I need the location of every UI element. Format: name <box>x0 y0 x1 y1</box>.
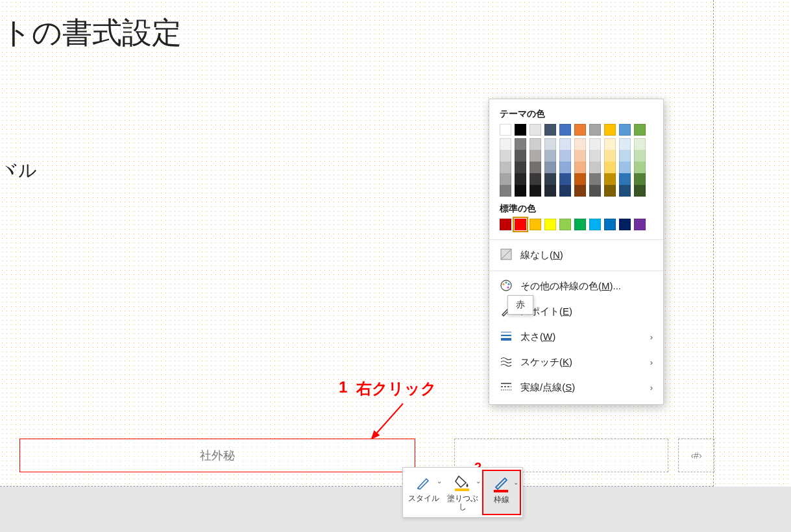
outline-label: 枠線 <box>494 496 509 504</box>
annotation-step1-number: 1 <box>339 378 347 399</box>
dashes-label: 実線/点線(S) <box>520 381 575 394</box>
slide-title: トの書式設定 <box>1 13 182 53</box>
color-swatch[interactable] <box>574 185 586 197</box>
color-swatch[interactable] <box>589 185 601 197</box>
color-swatch[interactable] <box>604 185 616 197</box>
no-outline-label: 線なし(N) <box>520 249 563 261</box>
color-swatch[interactable] <box>574 219 586 230</box>
color-swatch[interactable] <box>574 162 586 173</box>
svg-point-9 <box>507 286 509 288</box>
color-swatch[interactable] <box>500 138 511 150</box>
color-swatch[interactable] <box>559 162 571 173</box>
color-swatch[interactable] <box>544 173 556 185</box>
color-swatch[interactable] <box>544 138 556 150</box>
color-swatch[interactable] <box>634 138 646 150</box>
color-swatch[interactable] <box>529 185 541 197</box>
color-swatch[interactable] <box>500 219 511 230</box>
color-swatch[interactable] <box>619 138 631 150</box>
color-swatch[interactable] <box>529 219 541 230</box>
color-swatch[interactable] <box>515 185 526 197</box>
fill-button[interactable]: ⌄ 塗りつぶし <box>443 470 482 515</box>
color-swatch[interactable] <box>589 150 601 162</box>
color-swatch[interactable] <box>559 124 571 136</box>
color-swatch[interactable] <box>619 150 631 162</box>
color-swatch[interactable] <box>574 124 586 136</box>
color-swatch[interactable] <box>500 162 511 173</box>
color-swatch[interactable] <box>589 138 601 150</box>
color-swatch[interactable] <box>604 138 616 150</box>
color-swatch[interactable] <box>559 185 571 197</box>
color-swatch[interactable] <box>589 162 601 173</box>
fill-label: 塗りつぶし <box>444 494 481 511</box>
footer-placeholder[interactable]: 社外秘 <box>19 439 415 472</box>
style-button[interactable]: ⌄ スタイル <box>404 470 443 515</box>
color-swatch[interactable] <box>634 124 646 136</box>
dashes-item[interactable]: 実線/点線(S) › <box>489 375 663 400</box>
color-tooltip: 赤 <box>507 295 533 315</box>
color-swatch[interactable] <box>589 173 601 185</box>
standard-colors-title: 標準の色 <box>489 203 663 219</box>
color-swatch[interactable] <box>529 150 541 162</box>
outline-color-popup: テーマの色 標準の色 線なし(N) その他の枠線の色(M)... スポイト(E)… <box>489 99 664 405</box>
color-swatch[interactable] <box>559 150 571 162</box>
color-swatch[interactable] <box>619 219 631 230</box>
color-swatch[interactable] <box>559 219 571 230</box>
color-swatch[interactable] <box>515 138 526 150</box>
color-swatch[interactable] <box>619 185 631 197</box>
color-swatch[interactable] <box>515 124 526 136</box>
outline-button[interactable]: ⌄ 枠線 <box>482 470 521 515</box>
color-swatch[interactable] <box>604 219 616 230</box>
color-swatch[interactable] <box>500 124 511 136</box>
color-swatch[interactable] <box>634 219 646 230</box>
sketch-item[interactable]: スケッチ(K) › <box>489 350 663 375</box>
slide-number-text: ‹#› <box>690 450 701 461</box>
separator <box>489 239 663 240</box>
color-swatch-selected[interactable] <box>515 219 526 230</box>
color-swatch[interactable] <box>619 162 631 173</box>
color-swatch[interactable] <box>604 162 616 173</box>
standard-color-row <box>489 219 663 237</box>
pen-outline-icon <box>492 474 511 494</box>
color-swatch[interactable] <box>529 138 541 150</box>
no-outline-icon <box>500 248 513 263</box>
color-swatch[interactable] <box>529 173 541 185</box>
color-swatch[interactable] <box>515 162 526 173</box>
color-swatch[interactable] <box>544 162 556 173</box>
color-swatch[interactable] <box>574 138 586 150</box>
color-swatch[interactable] <box>574 173 586 185</box>
color-swatch[interactable] <box>515 150 526 162</box>
weight-item[interactable]: 太さ(W) › <box>489 324 663 350</box>
color-swatch[interactable] <box>544 185 556 197</box>
sketch-icon <box>500 355 513 370</box>
color-swatch[interactable] <box>604 150 616 162</box>
color-swatch[interactable] <box>559 173 571 185</box>
color-swatch[interactable] <box>574 150 586 162</box>
color-swatch[interactable] <box>634 173 646 185</box>
color-swatch[interactable] <box>529 124 541 136</box>
color-swatch[interactable] <box>500 173 511 185</box>
color-swatch[interactable] <box>544 150 556 162</box>
color-swatch[interactable] <box>515 173 526 185</box>
color-swatch[interactable] <box>544 219 556 230</box>
color-swatch[interactable] <box>544 124 556 136</box>
color-swatch[interactable] <box>634 162 646 173</box>
color-swatch[interactable] <box>589 124 601 136</box>
sketch-label: スケッチ(K) <box>520 356 572 369</box>
color-swatch[interactable] <box>589 219 601 230</box>
slide-number-placeholder[interactable]: ‹#› <box>678 439 714 472</box>
color-swatch[interactable] <box>500 150 511 162</box>
color-swatch[interactable] <box>559 138 571 150</box>
color-swatch[interactable] <box>619 173 631 185</box>
dashes-icon <box>500 380 513 395</box>
color-swatch[interactable] <box>604 124 616 136</box>
svg-point-7 <box>505 282 507 284</box>
color-swatch[interactable] <box>604 173 616 185</box>
color-swatch[interactable] <box>619 124 631 136</box>
color-swatch[interactable] <box>634 185 646 197</box>
chevron-down-icon: ⌄ <box>513 479 518 486</box>
more-colors-label: その他の枠線の色(M)... <box>520 280 621 293</box>
no-outline-item[interactable]: 線なし(N) <box>489 243 663 268</box>
color-swatch[interactable] <box>500 185 511 197</box>
color-swatch[interactable] <box>634 150 646 162</box>
color-swatch[interactable] <box>529 162 541 173</box>
